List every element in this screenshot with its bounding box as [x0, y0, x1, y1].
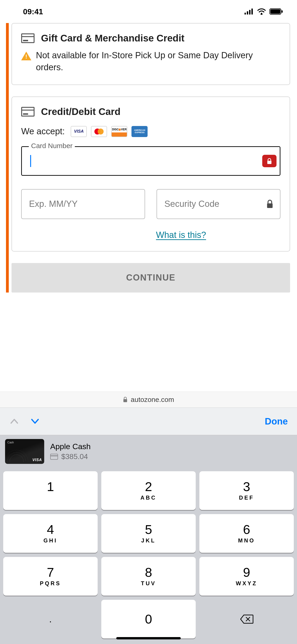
status-icons	[244, 8, 283, 15]
svg-point-14	[10, 455, 24, 462]
key-7[interactable]: 7PQRS	[3, 557, 98, 596]
svg-rect-0	[244, 13, 246, 14]
continue-button[interactable]: CONTINUE	[12, 263, 290, 292]
card-number-input[interactable]: Card Number	[21, 146, 280, 176]
wifi-icon	[257, 8, 266, 15]
autofill-card-name: Apple Cash	[50, 442, 91, 451]
giftcard-title: Gift Card & Merchandise Credit	[41, 33, 184, 44]
svg-rect-10	[267, 204, 272, 208]
prev-field-icon[interactable]	[9, 416, 19, 426]
wallet-card-icon: Cash VISA	[5, 439, 44, 464]
accept-label: We accept:	[21, 126, 65, 136]
key-1[interactable]: 1	[3, 471, 98, 510]
svg-rect-7	[282, 10, 283, 13]
visa-icon: VISA	[71, 126, 87, 137]
discover-icon: DISCVER	[111, 126, 127, 137]
keyboard-accessory-bar: Done	[0, 408, 297, 435]
warning-icon	[21, 52, 31, 60]
svg-point-13	[7, 452, 26, 462]
battery-icon	[269, 8, 283, 15]
svg-rect-1	[247, 11, 248, 14]
text-cursor	[30, 155, 31, 167]
accepted-cards-row: We accept: VISA DISCVER AMERICANEXPRESS	[21, 126, 280, 137]
status-time: 09:41	[23, 7, 43, 16]
svg-point-4	[261, 13, 262, 14]
security-code-placeholder: Security Code	[164, 199, 220, 209]
address-domain: autozone.com	[131, 396, 174, 404]
mastercard-icon	[91, 126, 107, 137]
next-field-icon[interactable]	[30, 416, 40, 426]
svg-rect-11	[124, 399, 127, 402]
key-dot[interactable]: .	[3, 600, 98, 638]
checkout-content: Gift Card & Merchandise Credit Not avail…	[0, 23, 297, 292]
autofill-suggestion-bar[interactable]: Cash VISA Apple Cash $385.04	[0, 435, 297, 468]
backspace-icon	[240, 614, 254, 624]
browser-address-bar[interactable]: autozone.com	[0, 392, 297, 408]
security-code-help-link[interactable]: What is this?	[156, 230, 280, 240]
creditcard-section: Credit/Debit Card We accept: VISA DISCVE…	[12, 96, 290, 252]
status-bar: 09:41	[0, 0, 297, 23]
key-6[interactable]: 6MNO	[200, 514, 294, 553]
card-icon	[21, 34, 34, 43]
cellular-icon	[244, 8, 254, 14]
svg-rect-6	[270, 9, 280, 14]
keyboard-done-button[interactable]: Done	[265, 416, 288, 426]
svg-rect-15	[50, 454, 58, 460]
password-manager-icon[interactable]	[262, 155, 276, 167]
key-8[interactable]: 8TUV	[101, 557, 196, 596]
creditcard-title: Credit/Debit Card	[41, 106, 120, 117]
key-backspace[interactable]	[200, 600, 294, 638]
card-icon	[21, 107, 34, 116]
key-9[interactable]: 9WXYZ	[200, 557, 294, 596]
svg-rect-2	[249, 10, 250, 14]
svg-rect-3	[252, 8, 253, 14]
expiration-input[interactable]: Exp. MM/YY	[21, 189, 145, 219]
key-5[interactable]: 5JKL	[101, 514, 196, 553]
svg-rect-16	[50, 455, 58, 456]
security-code-input[interactable]: Security Code	[156, 189, 280, 219]
lock-icon	[266, 200, 274, 208]
svg-rect-9	[267, 161, 272, 164]
accent-bar	[6, 23, 9, 292]
numeric-keyboard: 1 2ABC 3DEF 4GHI 5JKL 6MNO 7PQRS 8TUV 9W…	[0, 468, 297, 644]
key-3[interactable]: 3DEF	[200, 471, 294, 510]
svg-point-12	[7, 450, 28, 462]
wallet-icon	[50, 454, 58, 460]
key-0[interactable]: 0	[101, 600, 196, 638]
expiration-placeholder: Exp. MM/YY	[29, 199, 78, 209]
home-indicator[interactable]	[116, 637, 181, 640]
key-2[interactable]: 2ABC	[101, 471, 196, 510]
amex-icon: AMERICANEXPRESS	[132, 126, 148, 137]
svg-point-8	[118, 128, 121, 131]
giftcard-section[interactable]: Gift Card & Merchandise Credit Not avail…	[12, 23, 290, 85]
autofill-amount: $385.04	[61, 452, 88, 461]
key-4[interactable]: 4GHI	[3, 514, 98, 553]
giftcard-warning: Not available for In-Store Pick Up or Sa…	[36, 49, 280, 74]
lock-icon	[123, 397, 128, 402]
card-number-label: Card Number	[29, 142, 75, 150]
